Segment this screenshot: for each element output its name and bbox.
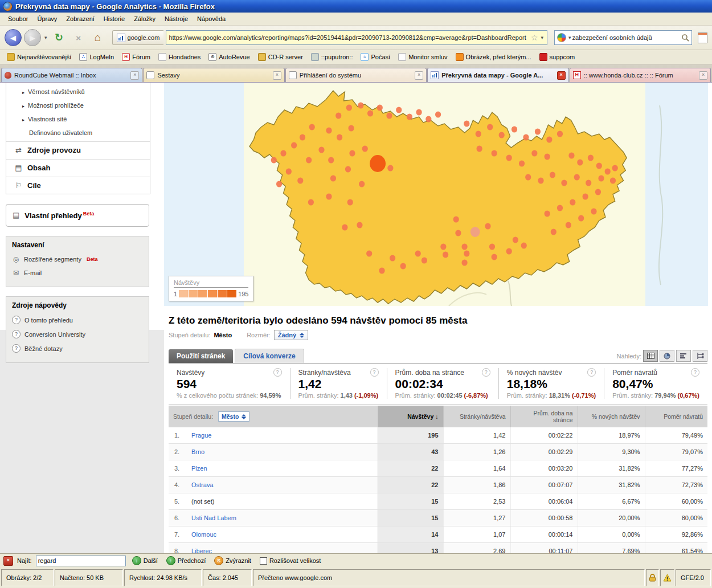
city-dot[interactable] [596,163,602,169]
city-dot[interactable] [455,230,461,236]
url-dropdown-icon[interactable]: ▾ [539,35,545,40]
home-button[interactable]: ⌂ [89,30,107,46]
highlight-all-button[interactable]: S Zvýraznit [212,556,253,566]
city-dot[interactable] [309,124,315,130]
tab-close-icon[interactable]: × [130,71,139,80]
menu-historie[interactable]: Historie [99,14,129,24]
sidebar-section-zdroje-provozu[interactable]: ⇄Zdroje provozu [6,141,150,157]
table-view-icon[interactable] [643,350,658,362]
sidebar-item-vlastnosti-s-t[interactable]: ▸Vlastnosti sítě [6,112,150,126]
city-dot[interactable] [512,126,517,133]
city-dot[interactable] [326,128,332,134]
city-dot[interactable] [453,217,459,223]
city-dot[interactable] [492,254,497,260]
city-dot[interactable] [271,157,277,164]
city-dot[interactable] [358,103,363,109]
tab-p-ihl-en-do-syst-mu[interactable]: Přihlášení do systému× [285,68,427,82]
city-dot[interactable] [595,189,601,195]
match-case-checkbox[interactable] [260,557,267,565]
city-dot[interactable] [591,209,596,215]
city-dot[interactable] [610,178,616,184]
city-dot[interactable] [440,244,446,250]
city-dot[interactable] [578,215,584,222]
city-dot[interactable] [461,260,467,266]
city-dot[interactable] [550,172,555,178]
city-dot[interactable] [464,251,469,257]
search-bar[interactable]: ▾ zabezpečení osobních údajů [554,30,692,45]
close-find-bar-icon[interactable]: × [3,556,13,566]
city-dot[interactable] [326,194,332,200]
city-dot[interactable] [286,169,292,175]
city-dot[interactable] [407,114,412,120]
forward-button[interactable]: ▶ [24,29,41,46]
menu-n-pov-da[interactable]: Nápověda [193,14,230,24]
city-dot[interactable] [346,105,352,111]
city-dot[interactable] [525,174,531,181]
city-dot[interactable] [337,134,342,141]
city-dot[interactable] [545,154,550,160]
url-text[interactable]: https://www.google.com/analytics/reporti… [169,34,529,41]
city-dot[interactable] [422,258,427,264]
city-dot[interactable] [557,205,563,211]
city-dot[interactable] [359,181,365,187]
city-dot[interactable] [390,255,395,262]
pie-view-icon[interactable] [660,350,674,362]
city-dot[interactable] [280,150,286,157]
city-dot[interactable] [574,174,580,181]
bookmark-star-icon[interactable]: ☆ [529,33,540,42]
city-dot[interactable] [318,147,324,153]
city-dot[interactable] [506,155,512,161]
tab-close-icon[interactable]: × [699,71,707,80]
city-dot[interactable] [461,244,467,250]
city-dot[interactable] [535,129,541,135]
menu-soubor[interactable]: Soubor [3,14,32,24]
lock-indicator[interactable] [646,569,659,586]
dimension-select[interactable]: Žádný [274,330,308,340]
bookmark-cd-r-server[interactable]: CD-R server [255,52,306,62]
tab-p-ekryvn-data-mapy-google-a[interactable]: Překryvná data mapy - Google A...× [427,68,568,82]
city-dot[interactable] [425,116,431,122]
column-header-avg-time[interactable]: Prům. doba na stránce [510,406,578,427]
tab-site-usage[interactable]: Použití stránek [169,349,233,363]
tab-close-icon[interactable]: × [273,71,281,80]
find-input[interactable] [36,556,126,566]
city-dot[interactable] [396,107,402,113]
city-dot[interactable] [545,211,550,217]
city-dot[interactable] [499,132,505,138]
city-dot[interactable] [348,125,354,132]
help-icon[interactable]: ? [691,368,699,377]
city-dot[interactable] [551,229,556,235]
sidebar-section-c-le[interactable]: ⚐Cíle [6,177,150,193]
city-link-prague[interactable]: Prague [191,432,211,439]
city-dot[interactable] [367,111,373,117]
city-dot[interactable] [586,180,591,186]
city-dot[interactable] [362,146,368,152]
settings-item-e-mail[interactable]: ✉E-mail [12,266,143,280]
city-dot[interactable] [377,105,383,111]
city-dot[interactable] [379,268,384,274]
city-dot[interactable] [464,121,469,127]
city-dot[interactable] [485,223,490,230]
city-dot[interactable] [506,248,512,255]
city-detail-select[interactable]: Město [218,411,249,422]
city-dot[interactable] [588,155,594,161]
city-dot[interactable] [513,237,518,243]
column-header-bounce-rate[interactable]: Poměr návratů [645,406,707,427]
search-magnifier-icon[interactable] [681,34,689,42]
security-warning-indicator[interactable] [660,569,674,586]
tab-www-honda-club-cz-f-rum[interactable]: H:: www.honda-club.cz :: :: Fórum× [570,68,711,82]
city-dot[interactable] [308,199,314,206]
bookmark-autorevue[interactable]: ⊙AutoRevue [205,52,253,62]
city-dot[interactable] [297,178,303,184]
find-next-button[interactable]: ↓ Další [130,556,160,566]
city-dot[interactable] [443,252,448,258]
city-dot[interactable] [415,251,421,257]
menu-z-lo-ky[interactable]: Záložky [129,14,160,24]
menu-zobrazen[interactable]: Zobrazení [62,14,99,24]
city-dot[interactable] [335,113,341,119]
column-header-pages-per-visit[interactable]: Stránky/návštěva [443,406,510,427]
help-icon[interactable]: ? [370,368,379,377]
city-link-brno[interactable]: Brno [191,448,204,455]
bookmark-puputron[interactable]: ::puputron:: [308,52,357,62]
bookmark-nejnav-t-vovan-j[interactable]: Nejnavštěvovanější [3,52,75,62]
